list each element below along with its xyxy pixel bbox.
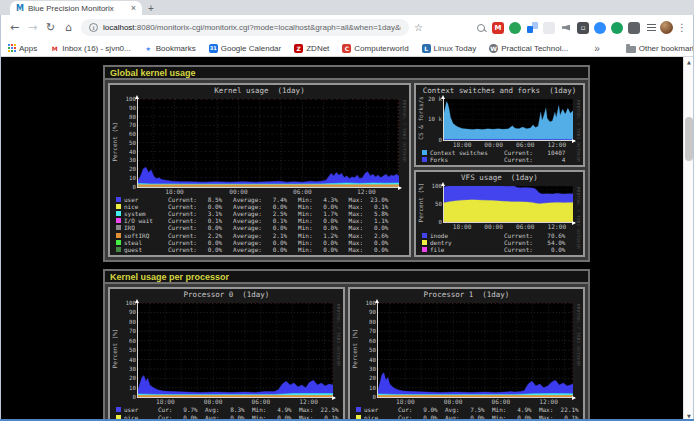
legend-stats: Current: 54.0% <box>504 239 565 246</box>
y-tick-label: 10 <box>369 385 376 391</box>
processor-0-graph[interactable]: Processor 0 (1day)Percent (%)01020304050… <box>108 287 345 421</box>
processor-1-graph[interactable]: Processor 1 (1day)Percent (%)01020304050… <box>348 287 585 421</box>
rrdtool-watermark: RRDTOOL / TOBI OETIKER <box>399 100 407 187</box>
frame-extension-icon[interactable] <box>543 22 555 34</box>
x-tick-label: 00:00 <box>484 223 503 230</box>
legend-stats: Current: 2.2% Average: 2.1% Min: 1.2% Ma… <box>168 232 388 239</box>
legend-color-swatch <box>116 247 121 252</box>
bookmark-item-google-calendar[interactable]: 31Google Calendar <box>209 44 281 53</box>
plot-row: Percent (%)050100RRDTOOL / TOBI OETIKER <box>416 183 583 222</box>
browser-menu-icon[interactable]: ⋮ <box>676 22 688 33</box>
legend-color-swatch <box>116 218 121 223</box>
kernel-usage-graph[interactable]: Kernel usage (1day)Percent (%)0102030405… <box>108 83 411 257</box>
context-switches-graph[interactable]: Context switches and forks (1day)CS & fo… <box>414 83 585 167</box>
legend-stats: Current: 0.0% Average: 0.0% Min: 0.0% Ma… <box>168 224 388 231</box>
y-tick-label: 20 k <box>428 96 442 102</box>
y-axis-line <box>443 97 444 141</box>
other-bookmarks-button[interactable]: Other bookmarks <box>626 44 694 53</box>
y-axis-line <box>443 184 444 223</box>
y-axis-label: Percent (%) <box>110 300 119 397</box>
meet-extension-icon[interactable] <box>594 22 606 34</box>
megaphone-extension-icon[interactable] <box>560 22 572 34</box>
y-tick-label: 90 <box>369 309 376 315</box>
bookmarks-overflow-chevron[interactable]: » <box>594 43 600 54</box>
monitorix-favicon-icon: M <box>16 4 24 13</box>
zdnet-icon: Z <box>294 44 303 53</box>
pin-extension-icon[interactable] <box>628 22 640 34</box>
bookmark-item-gmail-inbox[interactable]: MInbox (16) - sjvn0... <box>50 44 130 53</box>
practical-technology-icon: W <box>489 44 498 53</box>
y-tick-label: 30 <box>369 366 376 372</box>
plot-area <box>444 99 573 140</box>
tab-close-icon[interactable]: × <box>131 3 136 13</box>
section-title: Kernel usage per processor <box>105 271 588 284</box>
legend-label: Context switches <box>430 149 504 156</box>
bookmark-item-linux-today[interactable]: LLinux Today <box>422 44 477 53</box>
url-text: localhost:8080/monitorix-cgi/monitorix.c… <box>103 23 401 32</box>
tab-list-extension-icon[interactable] <box>645 22 657 34</box>
y-tick-label: 50 <box>129 140 136 146</box>
green-app-extension-icon[interactable] <box>611 22 623 34</box>
bookmark-item-computerworld[interactable]: CComputerworld <box>342 44 408 53</box>
page-info-icon[interactable]: i <box>89 23 98 32</box>
bookmarks-bar: AppsMInbox (16) - sjvn0...★Bookmarks31Go… <box>0 40 694 57</box>
x-tick-labels: 18:0000:0006:0012:00 <box>444 222 573 230</box>
legend-stats: Cur: 9.0% Avg: 7.5% Min: 4.9% Max: 22.1% <box>398 406 579 413</box>
y-tick-label: 20 <box>369 375 376 381</box>
back-button[interactable]: ← <box>6 21 23 34</box>
legend-stats: Current: 0.0% Average: 0.0% Min: 0.0% Ma… <box>168 203 388 210</box>
profile-avatar[interactable] <box>660 21 673 34</box>
legend-label: dentry <box>430 239 504 246</box>
other-bookmarks-label: Other bookmarks <box>639 44 694 53</box>
legend-stats: Current: 10407 <box>504 149 565 156</box>
y-tick-label: 50 <box>435 201 442 207</box>
mail-extension-icon[interactable]: M <box>492 22 504 34</box>
browser-tab[interactable]: M Blue Precision Monitorix × <box>10 1 142 15</box>
x-tick-label: 06:00 <box>293 188 312 195</box>
legend-stats: Current: 0.1% Average: 0.1% Min: 0.0% Ma… <box>168 217 388 224</box>
new-tab-button[interactable]: + <box>142 1 160 15</box>
x-tick-label: 12:00 <box>299 398 318 405</box>
browser-window: M Blue Precision Monitorix × + ← → ↻ ⌂ i… <box>0 0 694 421</box>
bookmark-item-zdnet[interactable]: ZZDNet <box>294 44 329 53</box>
home-button[interactable]: ⌂ <box>60 21 77 34</box>
vfs-usage-graph[interactable]: VFS usage (1day)Percent (%)050100RRDTOOL… <box>414 170 585 257</box>
screen-extension-icon[interactable]: ▫ <box>577 22 589 34</box>
legend-label: softIRQ <box>124 232 168 239</box>
y-tick-label: 0 <box>373 394 377 400</box>
bookmark-item-practical-technology[interactable]: WPractical Technol... <box>489 44 568 53</box>
legend-label: user <box>124 196 168 203</box>
legend-row: inodeCurrent: 70.6% <box>422 231 579 238</box>
pages-extension-icon[interactable] <box>526 22 538 34</box>
bookmark-item-apps[interactable]: Apps <box>8 44 37 53</box>
legend-color-swatch <box>116 407 121 412</box>
world-extension-icon[interactable] <box>509 22 521 34</box>
y-axis-line <box>137 97 138 188</box>
y-tick-label: 20 <box>129 166 136 172</box>
forward-button[interactable]: → <box>24 21 41 34</box>
bookmark-label: Computerworld <box>354 44 408 53</box>
legend-label: guest <box>124 246 168 253</box>
address-bar[interactable]: i localhost:8080/monitorix-cgi/monitorix… <box>81 19 409 36</box>
y-tick-label: 70 <box>129 328 136 334</box>
x-tick-label: 06:00 <box>252 398 271 405</box>
legend-stats: Current: 3.1% Average: 2.5% Min: 1.7% Ma… <box>168 210 388 217</box>
google-calendar-icon: 31 <box>209 44 218 53</box>
bookmark-label: Apps <box>19 44 37 53</box>
bookmark-item-bookmarks[interactable]: ★Bookmarks <box>144 44 196 53</box>
x-tick-labels: 18:0000:0006:0012:00 <box>444 140 573 148</box>
bookmark-star-icon[interactable]: ☆ <box>414 22 423 33</box>
legend-row: stealCurrent: 0.0% Average: 0.0% Min: 0.… <box>116 239 405 246</box>
legend-row: guestCurrent: 0.0% Average: 0.0% Min: 0.… <box>116 246 405 253</box>
y-tick-label: 10 <box>129 175 136 181</box>
legend-stats: Current: 0.0% Average: 0.0% Min: 0.0% Ma… <box>168 239 388 246</box>
search-extension-icon[interactable] <box>475 22 487 34</box>
legend-stats: Current: 0.0% Average: 0.0% Min: 0.0% Ma… <box>168 246 388 253</box>
scrollbar-thumb[interactable] <box>685 117 693 161</box>
reload-button[interactable]: ↻ <box>42 21 59 34</box>
legend-row: Context switchesCurrent: 10407 <box>422 149 579 156</box>
y-tick-label: 0 <box>439 219 443 225</box>
y-tick-label: 30 <box>129 366 136 372</box>
legend-row: userCur: 9.7% Avg: 8.3% Min: 4.9% Max: 2… <box>116 406 339 413</box>
legend-color-swatch <box>422 157 427 162</box>
